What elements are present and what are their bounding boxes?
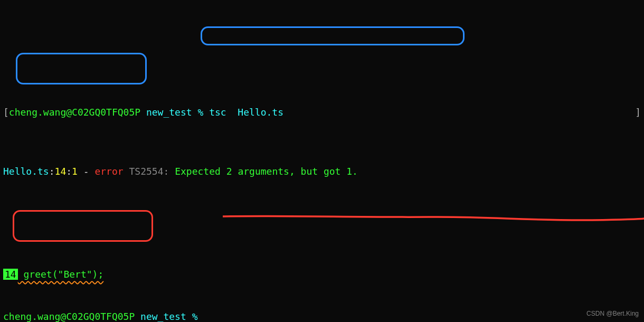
err1-message: Expected 2 arguments, but got 1. bbox=[175, 166, 358, 177]
prompt-separator: % bbox=[197, 107, 209, 118]
terminal-prompt-1: [cheng.wang@C02GQ0TFQ05P new_test % tsc … bbox=[3, 105, 641, 120]
err1-col: 1 bbox=[72, 166, 78, 177]
err1-file: Hello.ts bbox=[3, 166, 49, 177]
snippet-lineno: 14 bbox=[3, 269, 18, 280]
cwd: new_test bbox=[140, 107, 197, 118]
error1-snippet: 14 greet("Bert"); bbox=[3, 267, 641, 282]
error-label: error bbox=[94, 166, 123, 177]
user-host2: cheng.wang@C02GQ0TFQ05P bbox=[3, 311, 135, 322]
watermark: CSDN @Bert.King bbox=[586, 309, 639, 319]
bracket-open: [ bbox=[3, 107, 9, 118]
colon: : bbox=[163, 166, 175, 177]
command-text: tsc Hello.ts bbox=[209, 107, 283, 118]
bracket-close: ] bbox=[635, 105, 641, 120]
cwd2: new_test bbox=[135, 311, 192, 322]
error-code: TS2554 bbox=[124, 166, 164, 177]
prompt-sep2: % bbox=[192, 311, 204, 322]
user-host: cheng.wang@C02GQ0TFQ05P bbox=[9, 107, 140, 118]
err1-line: 14 bbox=[55, 166, 67, 177]
err1-code: greet("Bert"); bbox=[18, 269, 104, 280]
annotation-box-msg1 bbox=[201, 26, 465, 45]
annotation-box-snippet1 bbox=[16, 53, 147, 84]
error1-header: Hello.ts:14:1 - error TS2554: Expected 2… bbox=[3, 164, 641, 179]
terminal-prompt-2[interactable]: cheng.wang@C02GQ0TFQ05P new_test % bbox=[3, 309, 203, 322]
dash: - bbox=[78, 166, 95, 177]
